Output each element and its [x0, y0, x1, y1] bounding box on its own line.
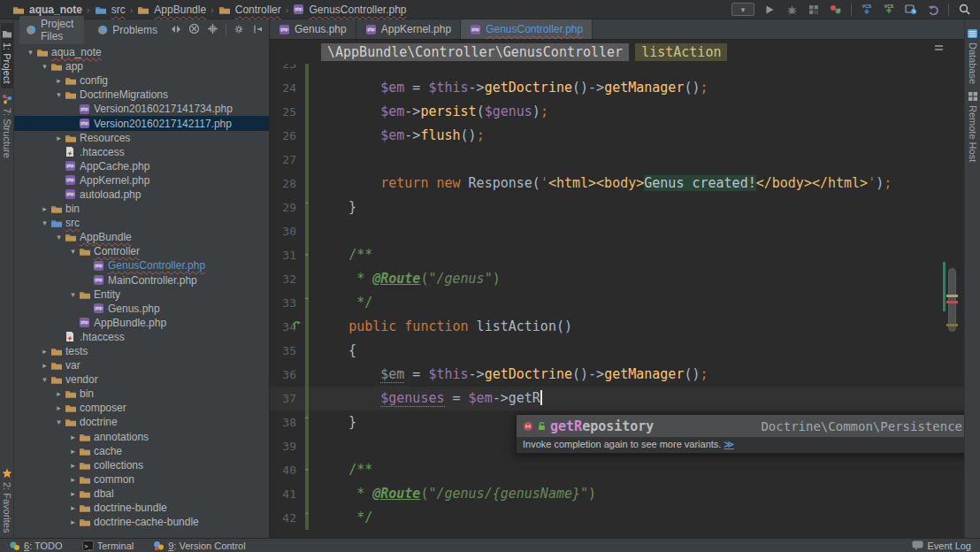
tree-item-appcache-php[interactable]: phpAppCache.php: [14, 159, 269, 173]
more-variants-link[interactable]: ≫: [724, 439, 734, 449]
tree-item-genuscontroller-php[interactable]: phpGenusController.php: [14, 258, 269, 272]
tool-window-button-database[interactable]: Database: [966, 25, 979, 88]
tree-item-cache[interactable]: ▸cache: [14, 444, 269, 458]
fold-marker-icon[interactable]: ⌃: [303, 296, 310, 305]
fold-marker-icon[interactable]: ⌃: [303, 416, 310, 425]
tree-item-aqua-note[interactable]: ▾aqua_note: [14, 45, 269, 59]
fold-marker-icon[interactable]: ⌄: [303, 464, 310, 472]
tree-item-common[interactable]: ▸common: [14, 472, 269, 487]
fold-marker-icon[interactable]: ⌃: [303, 201, 310, 210]
collapse-button[interactable]: [253, 24, 264, 37]
run-button[interactable]: [762, 3, 777, 17]
code-line-32[interactable]: 32 * @Route("/genus"): [270, 267, 964, 291]
tree-item-annotations[interactable]: ▸annotations: [14, 430, 269, 444]
tree-item-doctrine-bundle[interactable]: ▸doctrine-bundle: [14, 501, 269, 515]
editor-scrollbar[interactable]: [948, 268, 956, 332]
tree-item-version20160217142117-php[interactable]: phpVersion20160217142117.php: [14, 116, 269, 130]
locate-button[interactable]: [188, 23, 200, 37]
tree-item--htaccess[interactable]: .htaccess: [14, 330, 269, 344]
coverage-button[interactable]: [807, 3, 821, 17]
collapsed-arrow-icon[interactable]: ▸: [39, 361, 50, 370]
tree-item-doctrinemigrations[interactable]: ▾DoctrineMigrations: [14, 88, 269, 102]
collapsed-arrow-icon[interactable]: ▸: [67, 461, 79, 470]
collapsed-arrow-icon[interactable]: ▸: [53, 389, 65, 398]
breadcrumb-controller[interactable]: Controller: [218, 4, 281, 16]
collapsed-arrow-icon[interactable]: ▸: [53, 76, 65, 85]
tree-item-genus-php[interactable]: phpGenus.php: [14, 302, 269, 316]
expanded-arrow-icon[interactable]: ▾: [39, 375, 50, 384]
tree-item-appbundle-php[interactable]: phpAppBundle.php: [14, 316, 269, 330]
tree-item-var[interactable]: ▸var: [14, 358, 269, 372]
code-line-41[interactable]: 41 * @Route("/genus/{genusName}"): [270, 482, 964, 506]
tool-window-button-structure[interactable]: 7: Structure: [1, 88, 13, 164]
warning-stripe-mark[interactable]: [946, 324, 958, 326]
completion-item-getrepository[interactable]: getRepository Doctrine\Common\Persistenc…: [517, 415, 964, 437]
project-view-tab-problems[interactable]: Problems: [91, 22, 164, 38]
tree-item-autoload-php[interactable]: phpautoload.php: [14, 188, 269, 202]
expanded-arrow-icon[interactable]: ▾: [67, 247, 79, 256]
status-bar-item-version-control[interactable]: 9: Version Control: [153, 540, 245, 551]
tool-window-button-favorites[interactable]: 2: Favorites: [1, 463, 13, 538]
undo-button[interactable]: [926, 3, 940, 17]
collapsed-arrow-icon[interactable]: ▸: [67, 433, 79, 441]
code-line-29[interactable]: 29⌃ }: [270, 196, 964, 219]
profiler-button[interactable]: [829, 3, 843, 17]
collapsed-arrow-icon[interactable]: ▸: [67, 447, 79, 456]
search-everywhere-button[interactable]: [957, 3, 971, 17]
breadcrumb-appbundle[interactable]: AppBundle: [137, 4, 206, 16]
fold-marker-icon[interactable]: ⌃: [303, 511, 310, 520]
expanded-arrow-icon[interactable]: ▾: [53, 233, 65, 242]
tree-item-resources[interactable]: ▸Resources: [14, 131, 269, 145]
recent-changes-button[interactable]: [904, 3, 918, 17]
fold-marker-icon[interactable]: ⌄: [303, 249, 310, 257]
collapsed-arrow-icon[interactable]: ▸: [67, 475, 79, 484]
tree-item-composer[interactable]: ▸composer: [14, 401, 269, 415]
vcs-update-button[interactable]: VCS: [860, 3, 874, 17]
tree-item-collections[interactable]: ▸collections: [14, 458, 269, 472]
collapsed-arrow-icon[interactable]: ▸: [67, 489, 79, 498]
vcs-commit-button[interactable]: VCS: [882, 3, 896, 17]
class-breadcrumb[interactable]: \AppBundle\Controller\GenusController: [321, 43, 629, 61]
collapsed-arrow-icon[interactable]: ▸: [39, 347, 50, 356]
collapsed-arrow-icon[interactable]: ▸: [53, 403, 65, 412]
tree-item-dbal[interactable]: ▸dbal: [14, 487, 269, 501]
tree-item-doctrine[interactable]: ▾doctrine: [14, 415, 269, 429]
editor-tab-genus-php[interactable]: phpGenus.php: [270, 19, 356, 39]
status-bar-item-todo[interactable]: 6: TODO: [9, 540, 63, 551]
editor-tab-appkernel-php[interactable]: phpAppKernel.php: [356, 19, 461, 39]
status-bar-item-event-log[interactable]: Event Log: [912, 540, 971, 551]
code-line-40[interactable]: 40⌄ /**: [270, 458, 964, 482]
run-config-dropdown[interactable]: ▾: [731, 3, 754, 16]
tree-item-tests[interactable]: ▸tests: [14, 344, 269, 358]
tree-item-version20160217141734-php[interactable]: phpVersion20160217141734.php: [14, 102, 269, 116]
code-viewport[interactable]: 2324 $em = $this->getDoctrine()->getMana…: [270, 64, 964, 538]
tree-item-doctrine-cache-bundle[interactable]: ▸doctrine-cache-bundle: [14, 515, 269, 529]
editor-options-icon[interactable]: [935, 45, 943, 52]
tree-item-app[interactable]: ▾app: [14, 59, 269, 73]
tool-window-button-project[interactable]: 1: Project: [1, 23, 13, 88]
tree-item-appbundle[interactable]: ▾AppBundle: [14, 230, 269, 244]
warning-stripe-mark[interactable]: [946, 295, 958, 297]
code-line-34[interactable]: 34 public function listAction(): [270, 315, 964, 339]
collapsed-arrow-icon[interactable]: ▸: [53, 134, 65, 142]
status-bar-item-terminal[interactable]: >_Terminal: [82, 540, 134, 551]
expanded-arrow-icon[interactable]: ▾: [53, 418, 65, 426]
code-line-31[interactable]: 31⌄ /**: [270, 243, 964, 267]
code-line-23[interactable]: 23: [270, 64, 964, 76]
expanded-arrow-icon[interactable]: ▾: [39, 218, 50, 227]
swap-button[interactable]: [171, 24, 181, 36]
expanded-arrow-icon[interactable]: ▾: [25, 48, 36, 57]
code-line-25[interactable]: 25 $em->persist($genus);: [270, 100, 964, 124]
code-line-30[interactable]: 30: [270, 219, 964, 243]
code-line-42[interactable]: 42⌃ */: [270, 506, 964, 530]
code-line-35[interactable]: 35 {: [270, 339, 964, 363]
gear-button[interactable]: [234, 24, 246, 37]
tree-item-appkernel-php[interactable]: phpAppKernel.php: [14, 173, 269, 188]
tree-item-controller[interactable]: ▾Controller: [14, 244, 269, 258]
expanded-arrow-icon[interactable]: ▾: [39, 62, 50, 71]
tree-item-bin[interactable]: ▸bin: [14, 387, 269, 401]
expanded-arrow-icon[interactable]: ▾: [53, 90, 65, 99]
tree-item-bin[interactable]: ▸bin: [14, 202, 269, 216]
code-line-24[interactable]: 24 $em = $this->getDoctrine()->getManage…: [270, 76, 964, 100]
breadcrumb-genuscontroller-php[interactable]: phpGenusController.php: [293, 4, 406, 16]
